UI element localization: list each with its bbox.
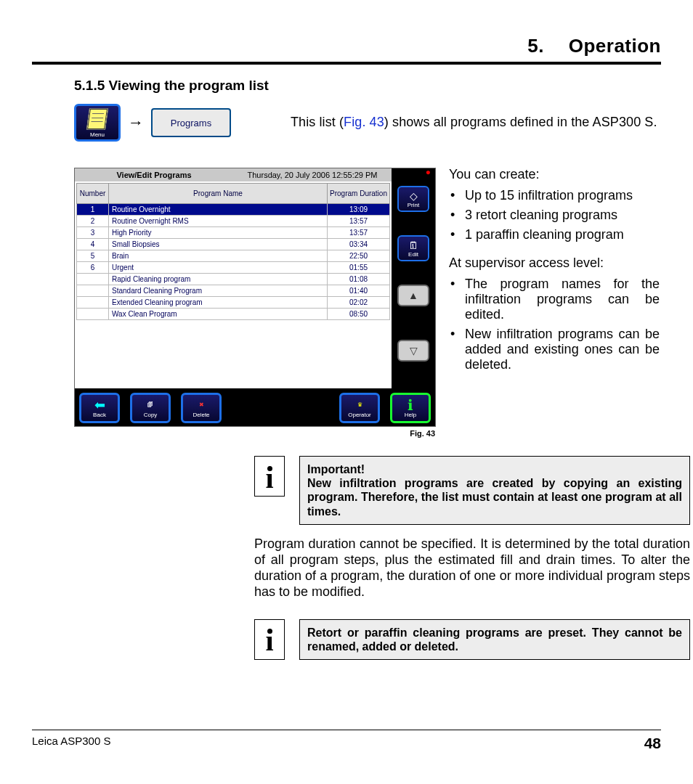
row-duration: 13:57 bbox=[328, 216, 390, 227]
list-item: 1 paraffin cleaning program bbox=[449, 227, 660, 242]
footer-product: Leica ASP300 S bbox=[32, 735, 110, 752]
important-note: ı Important! New infiltration programs a… bbox=[254, 456, 690, 525]
intro-suffix: ) shows all programs defined in the ASP3… bbox=[384, 115, 657, 129]
intro-prefix: This list ( bbox=[291, 115, 344, 129]
body-paragraph: Program duration cannot be specified. It… bbox=[254, 536, 690, 600]
figure-caption: Fig. 43 bbox=[410, 429, 435, 438]
copy-label: Copy bbox=[144, 412, 158, 418]
back-button[interactable]: ⬅ Back bbox=[79, 393, 120, 423]
back-icon: ⬅ bbox=[91, 399, 108, 412]
table-row[interactable]: Standard Cleaning Program01:40 bbox=[77, 285, 390, 297]
delete-icon: ✖ bbox=[192, 399, 210, 412]
operator-icon: ♛ bbox=[351, 399, 368, 412]
section-heading: 5.1.5 Viewing the program list bbox=[74, 78, 661, 94]
screenshot-footer: ⬅ Back 🗐 Copy ✖ Delete ♛ Operator ℹ Help bbox=[75, 388, 435, 426]
row-number bbox=[77, 285, 109, 297]
scroll-down-button[interactable]: ▽ bbox=[397, 340, 429, 362]
row-number bbox=[77, 309, 109, 320]
right-list1: Up to 15 infiltration programs3 retort c… bbox=[449, 188, 660, 242]
print-icon: ◇ bbox=[410, 190, 418, 202]
col-duration: Program Duration bbox=[328, 184, 390, 204]
row-name: Standard Cleaning Program bbox=[109, 285, 328, 297]
row-name: Urgent bbox=[109, 262, 328, 274]
row-number: 5 bbox=[77, 250, 109, 262]
row-number: 4 bbox=[77, 239, 109, 250]
preset-note: ı Retort or paraffin cleaning programs a… bbox=[254, 619, 690, 660]
row-name: Extended Cleaning program bbox=[109, 297, 328, 309]
operator-button[interactable]: ♛ Operator bbox=[339, 393, 380, 423]
page-footer: Leica ASP300 S 48 bbox=[32, 730, 661, 752]
table-row[interactable]: Extended Cleaning program02:02 bbox=[77, 297, 390, 309]
help-icon: ℹ bbox=[402, 399, 419, 412]
arrow-icon: → bbox=[128, 113, 144, 132]
row-number: 6 bbox=[77, 262, 109, 274]
right-column: You can create: Up to 15 infiltration pr… bbox=[449, 167, 660, 385]
copy-icon: 🗐 bbox=[142, 399, 159, 412]
info-icon: ı bbox=[254, 456, 285, 497]
row-duration: 03:34 bbox=[328, 239, 390, 250]
row-name: Wax Clean Program bbox=[109, 309, 328, 320]
row-duration: 02:02 bbox=[328, 297, 390, 309]
footer-page-number: 48 bbox=[644, 735, 661, 752]
menu-button[interactable]: Menu bbox=[74, 104, 121, 142]
preset-body: Retort or paraffin cleaning programs are… bbox=[299, 619, 690, 660]
row-number bbox=[77, 274, 109, 285]
table-row[interactable]: Rapid Cleaning program01:08 bbox=[77, 274, 390, 285]
row-duration: 01:40 bbox=[328, 285, 390, 297]
row-name: High Priority bbox=[109, 227, 328, 239]
intro-text: This list (Fig. 43) shows all programs d… bbox=[291, 115, 657, 130]
row-name: Rapid Cleaning program bbox=[109, 274, 328, 285]
notepad-icon bbox=[86, 108, 108, 130]
table-row[interactable]: 5Brain22:50 bbox=[77, 250, 390, 262]
edit-button[interactable]: 🗓 Edit bbox=[397, 235, 429, 261]
screenshot-corner bbox=[392, 168, 435, 181]
edit-icon: 🗓 bbox=[408, 240, 418, 251]
row-name: Routine Overnight RMS bbox=[109, 216, 328, 227]
scroll-up-button[interactable]: ▲ bbox=[397, 285, 429, 306]
screenshot-title: View/Edit Programs bbox=[75, 168, 233, 181]
row-duration: 08:50 bbox=[328, 309, 390, 320]
right-list2: The program names for the infiltration p… bbox=[449, 277, 660, 372]
chevron-up-icon: ▲ bbox=[408, 290, 418, 301]
info-icon: ı bbox=[254, 619, 285, 660]
list-item: The program names for the infiltration p… bbox=[449, 277, 660, 322]
intro-figref: Fig. 43 bbox=[344, 115, 384, 129]
table-row[interactable]: 3High Priority13:57 bbox=[77, 227, 390, 239]
chapter-title: 5. Operation bbox=[32, 35, 661, 65]
row-duration: 01:55 bbox=[328, 262, 390, 274]
operator-label: Operator bbox=[348, 412, 371, 418]
list-item: 3 retort cleaning programs bbox=[449, 208, 660, 223]
menu-label: Menu bbox=[90, 131, 105, 138]
list-item: New infiltration programs can be added a… bbox=[449, 327, 660, 372]
table-row[interactable]: Wax Clean Program08:50 bbox=[77, 309, 390, 320]
row-number: 2 bbox=[77, 216, 109, 227]
list-item: Up to 15 infiltration programs bbox=[449, 188, 660, 203]
row-number bbox=[77, 297, 109, 309]
edit-label: Edit bbox=[408, 251, 418, 258]
row-duration: 13:09 bbox=[328, 204, 390, 216]
table-row[interactable]: 1Routine Overnight13:09 bbox=[77, 204, 390, 216]
row-number: 3 bbox=[77, 227, 109, 239]
right-p1: You can create: bbox=[449, 167, 660, 182]
important-body: New infiltration programs are created by… bbox=[307, 477, 682, 517]
row-duration: 22:50 bbox=[328, 250, 390, 262]
row-name: Routine Overnight bbox=[109, 204, 328, 216]
programs-button[interactable]: Programs bbox=[151, 108, 231, 137]
chapter-number: 5. bbox=[527, 35, 544, 57]
table-row[interactable]: 6Urgent01:55 bbox=[77, 262, 390, 274]
col-number: Number bbox=[77, 184, 109, 204]
programs-table: Number Program Name Program Duration 1Ro… bbox=[76, 183, 390, 320]
delete-button[interactable]: ✖ Delete bbox=[181, 393, 222, 423]
delete-label: Delete bbox=[192, 412, 209, 418]
row-name: Brain bbox=[109, 250, 328, 262]
print-label: Print bbox=[408, 202, 419, 208]
copy-button[interactable]: 🗐 Copy bbox=[130, 393, 171, 423]
chapter-name: Operation bbox=[569, 35, 661, 57]
help-button[interactable]: ℹ Help bbox=[390, 393, 431, 423]
row-duration: 01:08 bbox=[328, 274, 390, 285]
screenshot-panel: View/Edit Programs Thursday, 20 July 200… bbox=[74, 168, 436, 427]
print-button[interactable]: ◇ Print bbox=[397, 186, 429, 212]
table-row[interactable]: 4Small Biopsies03:34 bbox=[77, 239, 390, 250]
table-row[interactable]: 2Routine Overnight RMS13:57 bbox=[77, 216, 390, 227]
row-name: Small Biopsies bbox=[109, 239, 328, 250]
